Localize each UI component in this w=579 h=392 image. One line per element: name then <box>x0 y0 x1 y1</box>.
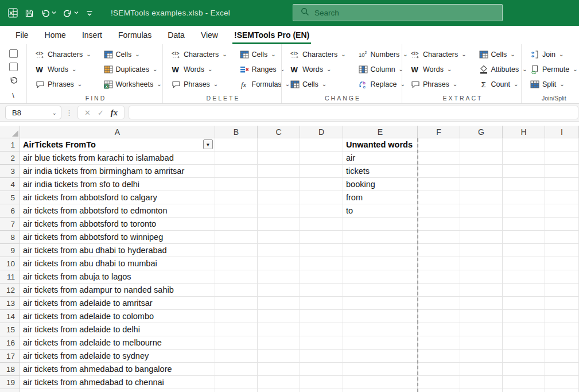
cell-G4[interactable] <box>460 178 503 191</box>
cell-I4[interactable] <box>545 178 579 191</box>
cell-I5[interactable] <box>545 191 579 204</box>
ribbon-button-worksheets[interactable]: xWorksheets⌄ <box>102 79 164 90</box>
cell-A3[interactable]: air india tickets from birmingham to amr… <box>20 165 215 178</box>
insert-function-icon[interactable]: fx <box>111 108 118 118</box>
cell-A5[interactable]: air tickets from abbotsford to calgary <box>20 191 215 204</box>
cell-F13[interactable] <box>418 297 460 310</box>
cell-C9[interactable] <box>258 244 300 257</box>
cell-G6[interactable] <box>460 204 503 218</box>
tab-data[interactable]: Data <box>160 26 193 44</box>
cell-I8[interactable] <box>545 231 579 244</box>
column-header-A[interactable]: A <box>20 126 215 138</box>
cell-I6[interactable] <box>545 204 579 218</box>
column-header-F[interactable]: F <box>418 126 460 138</box>
cell-E5[interactable]: from <box>343 191 418 204</box>
cell-I12[interactable] <box>545 284 579 297</box>
cell-A8[interactable]: air tickets from abbotsford to winnipeg <box>20 231 215 244</box>
cell-G16[interactable] <box>460 336 503 350</box>
row-header-8[interactable]: 8 <box>0 231 20 244</box>
cell-F6[interactable] <box>418 204 460 218</box>
cell-E9[interactable] <box>343 244 418 257</box>
cell-B4[interactable] <box>215 178 258 191</box>
cell-I14[interactable] <box>545 310 579 323</box>
cell-B6[interactable] <box>215 204 258 218</box>
cell-C18[interactable] <box>258 363 300 376</box>
formula-input[interactable] <box>129 106 578 119</box>
cell-I1[interactable] <box>545 138 579 152</box>
cell-I7[interactable] <box>545 218 579 231</box>
cell-D12[interactable] <box>300 284 343 297</box>
row-header-9[interactable]: 9 <box>0 244 20 257</box>
cell-F17[interactable] <box>418 350 460 363</box>
save-button[interactable] <box>25 9 34 18</box>
row-header-20[interactable] <box>0 389 20 392</box>
cell-E7[interactable] <box>343 218 418 231</box>
ribbon-button-duplicates[interactable]: Duplicates⌄ <box>102 64 164 75</box>
tab-insert[interactable]: Insert <box>74 26 110 44</box>
cell-D8[interactable] <box>300 231 343 244</box>
cell-C11[interactable] <box>258 270 300 284</box>
backslash-draw-border-icon[interactable]: \ <box>12 91 14 100</box>
column-header-C[interactable]: C <box>258 126 300 138</box>
ribbon-button-words[interactable]: WWords⌄ <box>289 64 348 75</box>
cell-A2[interactable]: air blue tickets from karachi to islamab… <box>20 152 215 165</box>
row-header-3[interactable]: 3 <box>0 165 20 178</box>
cell-E17[interactable] <box>343 350 418 363</box>
cell-D10[interactable] <box>300 257 343 270</box>
cell-D5[interactable] <box>300 191 343 204</box>
ribbon-button-phrases[interactable]: Phrases⌄ <box>34 79 93 90</box>
cell-G14[interactable] <box>460 310 503 323</box>
cell-D19[interactable] <box>300 376 343 389</box>
customize-quick-access-button[interactable] <box>86 9 94 17</box>
cell-H17[interactable] <box>503 350 545 363</box>
cell-G19[interactable] <box>460 376 503 389</box>
cell-C12[interactable] <box>258 284 300 297</box>
cell-F19[interactable] <box>418 376 460 389</box>
cell-H6[interactable] <box>503 204 545 218</box>
cell-A15[interactable]: air tickets from adelaide to delhi <box>20 323 215 336</box>
ribbon-button-split[interactable]: Split⌄ <box>529 79 579 90</box>
cell-H10[interactable] <box>503 257 545 270</box>
cell-D3[interactable] <box>300 165 343 178</box>
cell-D2[interactable] <box>300 152 343 165</box>
cell-G11[interactable] <box>460 270 503 284</box>
column-header-B[interactable]: B <box>215 126 258 138</box>
cell-C3[interactable] <box>258 165 300 178</box>
cell-B16[interactable] <box>215 336 258 350</box>
cell-F11[interactable] <box>418 270 460 284</box>
cell-F8[interactable] <box>418 231 460 244</box>
cell-C15[interactable] <box>258 323 300 336</box>
column-header-E[interactable]: E <box>343 126 418 138</box>
cell-E6[interactable]: to <box>343 204 418 218</box>
ribbon-button-permute[interactable]: Permute⌄ <box>529 64 579 75</box>
cell-A18[interactable]: air tickets from ahmedabad to bangalore <box>20 363 215 376</box>
cell-G2[interactable] <box>460 152 503 165</box>
cell-D14[interactable] <box>300 310 343 323</box>
cell-E3[interactable]: tickets <box>343 165 418 178</box>
cell-G5[interactable] <box>460 191 503 204</box>
cell-C14[interactable] <box>258 310 300 323</box>
tab-view[interactable]: View <box>193 26 226 44</box>
row-header-11[interactable]: 11 <box>0 270 20 284</box>
cell-F16[interactable] <box>418 336 460 350</box>
cell-G18[interactable] <box>460 363 503 376</box>
tab-home[interactable]: Home <box>37 26 74 44</box>
cell-F10[interactable] <box>418 257 460 270</box>
cell-F5[interactable] <box>418 191 460 204</box>
cell-C2[interactable] <box>258 152 300 165</box>
cell-B15[interactable] <box>215 323 258 336</box>
checkbox-2[interactable] <box>9 63 18 71</box>
cell-E4[interactable]: booking <box>343 178 418 191</box>
cell-A9[interactable]: air tickets from abu dhabi to hyderabad <box>20 244 215 257</box>
row-header-5[interactable]: 5 <box>0 191 20 204</box>
ribbon-button-words[interactable]: WWords⌄ <box>34 64 93 75</box>
cell-F12[interactable] <box>418 284 460 297</box>
cell-H1[interactable] <box>503 138 545 152</box>
cell-A11[interactable]: air tickets from abuja to lagos <box>20 270 215 284</box>
ribbon-button-words[interactable]: WWords⌄ <box>170 64 229 75</box>
cell-I17[interactable] <box>545 350 579 363</box>
row-header-6[interactable]: 6 <box>0 204 20 218</box>
cell-A13[interactable]: air tickets from adelaide to amritsar <box>20 297 215 310</box>
cell-H11[interactable] <box>503 270 545 284</box>
cell-A10[interactable]: air tickets from abu dhabi to mumbai <box>20 257 215 270</box>
